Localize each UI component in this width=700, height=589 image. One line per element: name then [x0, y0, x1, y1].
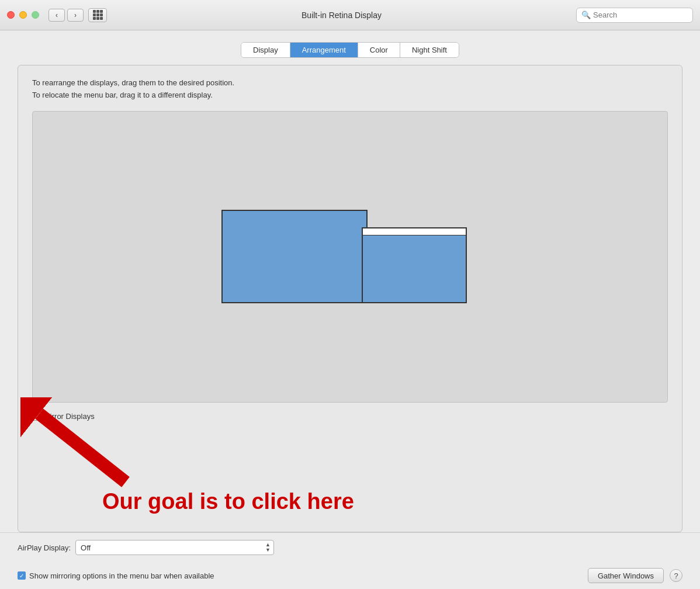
grid-button[interactable] [88, 8, 107, 22]
window-title: Built-in Retina Display [107, 11, 576, 20]
gather-windows-button[interactable]: Gather Windows [588, 568, 664, 583]
mirror-displays-label: Mirror Displays [44, 412, 95, 421]
show-mirroring-checkbox[interactable]: ✓ [18, 571, 26, 580]
secondary-display[interactable] [362, 227, 467, 303]
minimize-button[interactable] [19, 11, 27, 19]
airplay-row: AirPlay Display: Off ▲ ▼ [0, 532, 700, 562]
help-button[interactable]: ? [670, 569, 682, 582]
arrow-icon [20, 397, 149, 491]
mirror-displays-row: Mirror Displays [32, 412, 668, 421]
svg-line-1 [39, 414, 126, 482]
back-button[interactable]: ‹ [48, 9, 65, 22]
tab-arrangement[interactable]: Arrangement [290, 43, 358, 57]
footer-buttons: Gather Windows ? [588, 568, 682, 583]
search-box[interactable]: 🔍 [576, 8, 693, 23]
show-mirroring-label: Show mirroring options in the menu bar w… [29, 571, 214, 580]
content: Display Arrangement Color Night Shift To… [0, 30, 700, 589]
maximize-button[interactable] [32, 11, 39, 19]
primary-display[interactable] [221, 210, 368, 303]
main-panel: To rearrange the displays, drag them to … [18, 65, 682, 532]
tabs-row: Display Arrangement Color Night Shift [0, 30, 700, 65]
nav-buttons: ‹ › [48, 9, 84, 22]
titlebar: ‹ › Built-in Retina Display 🔍 [0, 0, 700, 30]
display-menubar [363, 228, 466, 235]
annotation-overlay: Our goal is to click here [32, 421, 668, 520]
search-input[interactable] [593, 11, 688, 19]
close-button[interactable] [7, 11, 15, 19]
forward-button[interactable]: › [67, 9, 84, 22]
tabs-container: Display Arrangement Color Night Shift [241, 42, 459, 58]
tab-color[interactable]: Color [358, 43, 400, 57]
display-arrangement-area[interactable] [32, 111, 668, 403]
mirror-displays-checkbox[interactable] [32, 413, 40, 421]
goal-annotation-text: Our goal is to click here [102, 489, 354, 514]
grid-icon [93, 10, 103, 20]
airplay-select[interactable]: Off [75, 540, 274, 555]
instruction-text: To rearrange the displays, drag them to … [32, 77, 668, 102]
traffic-lights [7, 11, 39, 19]
tab-display[interactable]: Display [241, 43, 290, 57]
search-icon: 🔍 [581, 11, 591, 19]
tab-night-shift[interactable]: Night Shift [400, 43, 459, 57]
airplay-select-wrapper: Off ▲ ▼ [75, 540, 274, 555]
displays-wrapper [221, 198, 479, 315]
footer-bar: ✓ Show mirroring options in the menu bar… [0, 562, 700, 589]
airplay-label: AirPlay Display: [18, 543, 71, 552]
show-mirroring-row: ✓ Show mirroring options in the menu bar… [18, 571, 588, 580]
